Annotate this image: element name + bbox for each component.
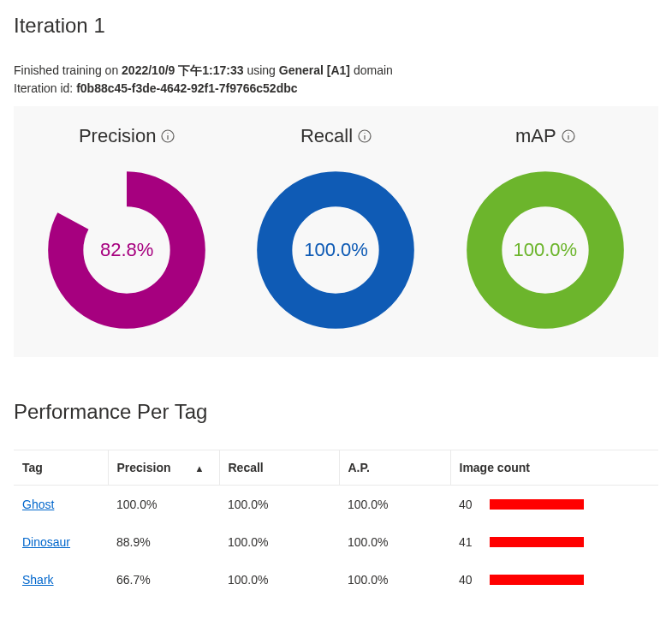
cell-precision: 88.9% <box>108 523 219 561</box>
page-title: Iteration 1 <box>14 14 658 38</box>
image-count-value: 40 <box>459 573 479 587</box>
info-icon[interactable] <box>562 129 575 143</box>
cell-precision: 100.0% <box>108 486 219 524</box>
col-header-imagecount[interactable]: Image count <box>450 450 658 486</box>
col-header-tag[interactable]: Tag <box>14 450 108 486</box>
precision-value: 82.8% <box>45 169 208 331</box>
map-donut: 100.0% <box>464 169 627 331</box>
metrics-panel: Precision 82.8% Recall <box>14 106 658 357</box>
tag-link[interactable]: Dinosaur <box>22 535 70 549</box>
table-row: Ghost 100.0% 100.0% 100.0% 40 <box>14 486 658 524</box>
tag-link[interactable]: Ghost <box>22 498 54 511</box>
iteration-id-label: Iteration id: <box>14 81 76 95</box>
map-value: 100.0% <box>464 169 627 331</box>
cell-precision: 66.7% <box>108 561 219 599</box>
perf-section-title: Performance Per Tag <box>14 400 658 424</box>
training-datetime: 2022/10/9 下午1:17:33 <box>122 63 243 77</box>
cell-recall: 100.0% <box>219 523 339 561</box>
image-count-cell: 40 <box>459 573 650 587</box>
training-mid: using <box>244 63 279 77</box>
cell-recall: 100.0% <box>219 561 339 599</box>
metric-recall: Recall 100.0% <box>231 125 440 331</box>
image-count-cell: 41 <box>459 535 650 549</box>
precision-label: Precision <box>79 125 156 147</box>
col-header-precision-label: Precision <box>117 461 171 474</box>
iteration-id: f0b88c45-f3de-4642-92f1-7f9766c52dbc <box>76 81 297 95</box>
training-suffix: domain <box>350 63 393 77</box>
training-prefix: Finished training on <box>14 63 122 77</box>
performance-table: Tag Precision ▲ Recall A.P. Image count … <box>14 450 658 599</box>
image-count-value: 41 <box>459 535 479 549</box>
col-header-ap[interactable]: A.P. <box>339 450 450 486</box>
col-header-recall[interactable]: Recall <box>219 450 339 486</box>
precision-donut: 82.8% <box>45 169 208 331</box>
info-icon[interactable] <box>161 129 175 143</box>
image-count-cell: 40 <box>459 498 650 511</box>
sort-asc-icon: ▲ <box>194 463 204 474</box>
info-icon[interactable] <box>358 129 372 143</box>
metric-precision: Precision 82.8% <box>22 125 231 331</box>
cell-ap: 100.0% <box>339 523 450 561</box>
cell-ap: 100.0% <box>339 486 450 524</box>
svg-point-2 <box>168 133 169 134</box>
image-count-value: 40 <box>459 498 479 511</box>
svg-point-6 <box>364 133 365 134</box>
metric-map: mAP 100.0% <box>441 125 650 331</box>
svg-point-10 <box>568 133 568 134</box>
cell-ap: 100.0% <box>339 561 450 599</box>
table-row: Shark 66.7% 100.0% 100.0% 40 <box>14 561 658 599</box>
image-count-bar <box>490 499 584 510</box>
map-label: mAP <box>515 125 556 147</box>
recall-label: Recall <box>300 125 353 147</box>
training-info: Finished training on 2022/10/9 下午1:17:33… <box>14 62 658 98</box>
table-row: Dinosaur 88.9% 100.0% 100.0% 41 <box>14 523 658 561</box>
image-count-bar <box>490 575 584 585</box>
training-domain: General [A1] <box>279 63 350 77</box>
tag-link[interactable]: Shark <box>22 573 54 587</box>
col-header-precision[interactable]: Precision ▲ <box>108 450 219 486</box>
recall-donut: 100.0% <box>254 169 417 331</box>
cell-recall: 100.0% <box>219 486 339 524</box>
image-count-bar <box>490 537 584 547</box>
recall-value: 100.0% <box>254 169 417 331</box>
